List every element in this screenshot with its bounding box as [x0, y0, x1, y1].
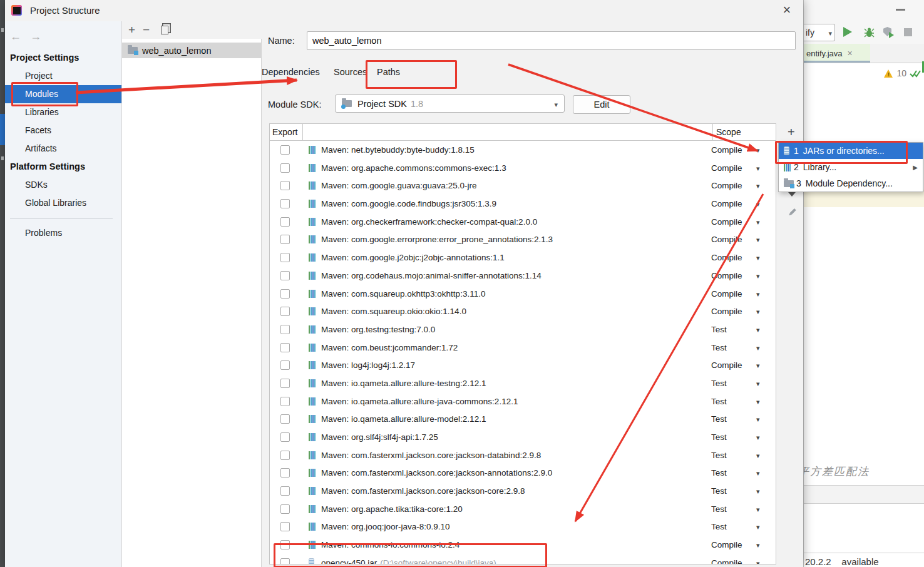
scope-dropdown[interactable]: Compile: [711, 213, 769, 231]
export-checkbox[interactable]: [280, 379, 290, 388]
dependency-row[interactable]: Maven: org.jooq:joor-java-8:0.9.10 Test: [270, 518, 776, 536]
add-dependency-icon[interactable]: [788, 125, 795, 140]
export-checkbox[interactable]: [280, 289, 290, 299]
dependency-row[interactable]: Maven: com.squareup.okio:okio:1.14.0 Com…: [270, 302, 776, 320]
export-checkbox[interactable]: [280, 468, 290, 478]
scope-dropdown[interactable]: Compile: [711, 176, 769, 195]
scope-dropdown[interactable]: Test: [711, 518, 769, 536]
sidebar-item[interactable]: Libraries: [5, 103, 121, 121]
export-checkbox[interactable]: [280, 360, 290, 370]
export-checkbox[interactable]: [280, 145, 290, 155]
export-checkbox[interactable]: [280, 217, 290, 227]
scope-dropdown[interactable]: Compile: [711, 141, 769, 159]
scope-dropdown[interactable]: Compile: [711, 230, 769, 248]
export-checkbox[interactable]: [280, 397, 290, 406]
dependency-row[interactable]: Maven: org.slf4j:slf4j-api:1.7.25 Test: [270, 428, 776, 446]
add-icon[interactable]: [128, 23, 135, 37]
module-list-item[interactable]: web_auto_lemon: [122, 43, 261, 58]
export-checkbox[interactable]: [280, 163, 290, 173]
scope-dropdown[interactable]: Test: [711, 410, 769, 428]
dependency-row[interactable]: Maven: com.squareup.okhttp3:okhttp:3.11.…: [270, 285, 776, 303]
dependency-row[interactable]: Maven: com.fasterxml.jackson.core:jackso…: [270, 482, 776, 500]
dependency-row[interactable]: opencv-450.jar(D:\software\opencv\build\…: [270, 554, 776, 564]
dependency-row[interactable]: Maven: com.beust:jcommander:1.72 Test: [270, 339, 776, 357]
dependency-row[interactable]: Maven: org.apache.commons:commons-exec:1…: [270, 159, 776, 177]
dependency-row[interactable]: Maven: com.google.j2objc:j2objc-annotati…: [270, 248, 776, 267]
export-checkbox[interactable]: [280, 451, 290, 460]
scope-dropdown[interactable]: Compile: [711, 554, 769, 564]
run-with-coverage-icon[interactable]: [883, 27, 893, 38]
close-icon[interactable]: [779, 3, 794, 18]
sidebar-item[interactable]: Project: [5, 67, 121, 85]
dependency-row[interactable]: Maven: io.qameta.allure:allure-model:2.1…: [270, 410, 776, 428]
popup-menu-item[interactable]: 3 Module Dependency...: [779, 175, 923, 192]
export-checkbox[interactable]: [280, 181, 290, 190]
dependency-row[interactable]: Maven: io.qameta.allure:allure-testng:2.…: [270, 374, 776, 392]
sidebar-item[interactable]: Global Libraries: [5, 194, 121, 212]
edit-pencil-icon[interactable]: [787, 207, 797, 217]
close-icon[interactable]: [848, 48, 853, 59]
export-checkbox[interactable]: [280, 504, 290, 514]
sidebar-item[interactable]: SDKs: [5, 176, 121, 194]
export-checkbox[interactable]: [280, 271, 290, 280]
export-checkbox[interactable]: [280, 540, 290, 549]
dependency-row[interactable]: Maven: org.apache.tika:tika-core:1.20 Te…: [270, 500, 776, 518]
dependency-row[interactable]: Maven: com.google.guava:guava:25.0-jre C…: [270, 176, 776, 195]
scope-dropdown[interactable]: Test: [711, 500, 769, 518]
export-checkbox[interactable]: [280, 235, 290, 244]
tab[interactable]: Paths: [377, 63, 400, 81]
dependency-row[interactable]: Maven: com.fasterxml.jackson.core:jackso…: [270, 464, 776, 482]
scope-dropdown[interactable]: Compile: [711, 195, 769, 213]
move-down-icon[interactable]: [788, 192, 796, 197]
dependency-row[interactable]: Maven: org.testng:testng:7.0.0 Test: [270, 320, 776, 339]
export-checkbox[interactable]: [280, 307, 290, 316]
scope-dropdown[interactable]: Test: [711, 392, 769, 411]
dependency-row[interactable]: Maven: org.codehaus.mojo:animal-sniffer-…: [270, 267, 776, 285]
scope-dropdown[interactable]: Test: [711, 464, 769, 482]
export-checkbox[interactable]: [280, 343, 290, 352]
scope-dropdown[interactable]: Compile: [711, 159, 769, 177]
export-checkbox[interactable]: [280, 558, 290, 564]
dependency-row[interactable]: Maven: net.bytebuddy:byte-buddy:1.8.15 C…: [270, 141, 776, 159]
scope-dropdown[interactable]: Compile: [711, 302, 769, 320]
dependency-row[interactable]: Maven: com.google.code.findbugs:jsr305:1…: [270, 195, 776, 213]
scope-dropdown[interactable]: Test: [711, 446, 769, 464]
scope-dropdown[interactable]: Compile: [711, 356, 769, 374]
export-checkbox[interactable]: [280, 522, 290, 531]
scope-dropdown[interactable]: Test: [711, 320, 769, 339]
scope-dropdown[interactable]: Test: [711, 482, 769, 500]
export-checkbox[interactable]: [280, 199, 290, 208]
sidebar-item[interactable]: Facets: [5, 121, 121, 140]
dependency-row[interactable]: Maven: org.checkerframework:checker-comp…: [270, 213, 776, 231]
dependency-row[interactable]: Maven: log4j:log4j:1.2.17 Compile: [270, 356, 776, 374]
export-checkbox[interactable]: [280, 432, 290, 442]
dependency-row[interactable]: Maven: commons-io:commons-io:2.4 Compile: [270, 536, 776, 554]
scope-dropdown[interactable]: Compile: [711, 248, 769, 267]
run-icon[interactable]: [843, 27, 852, 37]
export-checkbox[interactable]: [280, 486, 290, 496]
popup-menu-item[interactable]: 2 Library... ▶: [779, 159, 923, 175]
dependency-row[interactable]: Maven: com.fasterxml.jackson.core:jackso…: [270, 446, 776, 464]
sidebar-item[interactable]: Modules: [5, 85, 121, 103]
editor-tab[interactable]: entify.java: [804, 44, 870, 63]
scope-dropdown[interactable]: Compile: [711, 267, 769, 285]
export-checkbox[interactable]: [280, 414, 290, 424]
popup-menu-item[interactable]: 1 JARs or directories...: [779, 143, 923, 159]
back-arrow-icon[interactable]: [10, 30, 25, 45]
scope-dropdown[interactable]: Compile: [711, 536, 769, 554]
export-checkbox[interactable]: [280, 325, 290, 334]
scope-dropdown[interactable]: Test: [711, 339, 769, 357]
remove-icon[interactable]: [143, 23, 150, 37]
dependency-row[interactable]: Maven: com.google.errorprone:error_prone…: [270, 230, 776, 248]
tab[interactable]: Dependencies: [262, 63, 320, 81]
inspection-widget[interactable]: 10: [884, 68, 921, 78]
dependency-row[interactable]: Maven: io.qameta.allure:allure-java-comm…: [270, 392, 776, 411]
module-sdk-combo[interactable]: Project SDK 1.8: [335, 94, 565, 113]
tab[interactable]: Sources: [334, 63, 367, 81]
edit-sdk-button[interactable]: Edit: [573, 95, 630, 114]
export-checkbox[interactable]: [280, 253, 290, 262]
module-name-input[interactable]: [307, 31, 796, 50]
sidebar-item-problems[interactable]: Problems: [5, 224, 121, 242]
scope-dropdown[interactable]: Test: [711, 428, 769, 446]
minimize-icon[interactable]: [896, 9, 905, 11]
